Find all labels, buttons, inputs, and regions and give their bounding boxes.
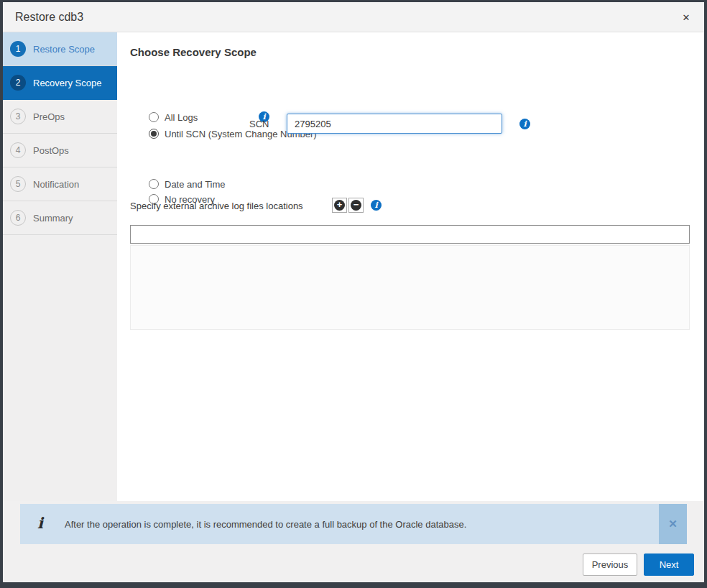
plus-icon: + (334, 200, 345, 211)
radio-date-and-time[interactable] (149, 179, 159, 189)
step-number-badge: 4 (10, 142, 26, 158)
banner-info-icon: i (37, 514, 43, 532)
previous-button[interactable]: Previous (583, 553, 637, 576)
step-number-badge: 6 (10, 210, 26, 226)
restore-wizard-dialog: Restore cdb3 ✕ 1 Restore Scope 2 Recover… (0, 0, 707, 588)
archive-locations-label: Specify external archive log files locat… (130, 201, 303, 211)
sidebar-item-label: Recovery Scope (33, 78, 101, 88)
wizard-steps-sidebar: 1 Restore Scope 2 Recovery Scope 3 PreOp… (3, 32, 117, 501)
add-location-button[interactable]: + (332, 198, 347, 213)
dialog-title: Restore cdb3 (15, 2, 83, 32)
banner-text: After the operation is complete, it is r… (65, 504, 644, 544)
sidebar-item-postops[interactable]: 4 PostOps (3, 134, 117, 167)
page-title: Choose Recovery Scope (130, 46, 257, 58)
info-icon[interactable]: i (519, 119, 530, 129)
sidebar-item-summary[interactable]: 6 Summary (3, 201, 117, 235)
step-number-badge: 2 (10, 75, 26, 91)
sidebar-item-recovery-scope[interactable]: 2 Recovery Scope (3, 66, 117, 100)
step-number-badge: 3 (10, 109, 26, 124)
banner-close-icon[interactable]: ✕ (659, 504, 687, 544)
recovery-scope-panel: Choose Recovery Scope All Logs i Until S… (117, 32, 704, 501)
option-all-logs: All Logs i (149, 110, 198, 124)
sidebar-item-preops[interactable]: 3 PreOps (3, 100, 117, 134)
scn-input[interactable] (287, 114, 502, 134)
archive-location-input[interactable] (130, 225, 690, 244)
sidebar-item-notification[interactable]: 5 Notification (3, 167, 117, 201)
sidebar-item-restore-scope[interactable]: 1 Restore Scope (3, 32, 117, 66)
scn-field-label: SCN (249, 114, 269, 134)
dialog-header: Restore cdb3 ✕ (3, 2, 704, 32)
step-number-badge: 1 (10, 41, 26, 57)
close-icon[interactable]: ✕ (679, 10, 693, 24)
next-button[interactable]: Next (644, 553, 694, 576)
sidebar-item-label: Notification (33, 179, 79, 190)
radio-label[interactable]: Date and Time (165, 179, 226, 190)
archive-locations-list (130, 245, 690, 330)
radio-until-scn[interactable] (149, 129, 159, 139)
sidebar-item-label: Restore Scope (33, 44, 95, 55)
sidebar-item-label: Summary (33, 213, 73, 224)
info-banner: i After the operation is complete, it is… (20, 504, 687, 544)
sidebar-item-label: PostOps (33, 145, 69, 156)
dialog-footer: i After the operation is complete, it is… (3, 501, 704, 582)
info-icon[interactable]: i (371, 200, 382, 211)
step-number-badge: 5 (10, 176, 26, 192)
minus-icon: − (351, 200, 361, 211)
remove-location-button[interactable]: − (348, 198, 364, 213)
radio-all-logs[interactable] (149, 112, 159, 122)
radio-label[interactable]: All Logs (165, 112, 198, 123)
option-date-and-time: Date and Time (149, 177, 226, 191)
sidebar-item-label: PreOps (33, 111, 65, 122)
